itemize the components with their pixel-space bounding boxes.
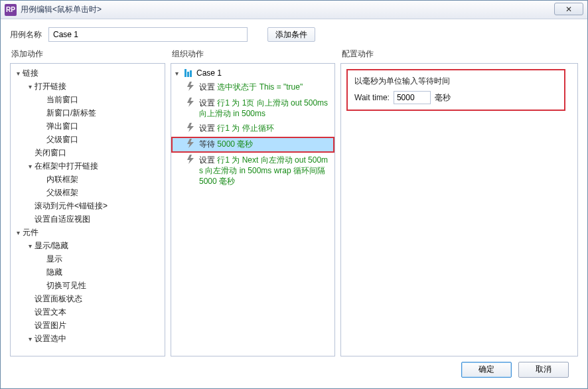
- dialog-content: 用例名称 添加条件 添加动作 ▾链接 ▾打开链接 当前窗口 新窗口/新标签 弹出…: [1, 19, 587, 388]
- add-action-header: 添加动作: [10, 48, 165, 60]
- tree-item-set-panel-state[interactable]: 设置面板状态: [12, 292, 163, 305]
- bolt-icon: [187, 98, 195, 110]
- tree-item-scroll-to-widget[interactable]: 滚动到元件<锚链接>: [12, 199, 163, 212]
- tree-group-set-selected[interactable]: ▾设置选中: [12, 332, 163, 345]
- tree-item-inline-frame[interactable]: 内联框架: [12, 173, 163, 186]
- svg-marker-0: [187, 82, 194, 91]
- tree-group-links[interactable]: ▾链接: [12, 66, 163, 80]
- add-condition-button[interactable]: 添加条件: [267, 27, 315, 42]
- tree-group-widgets[interactable]: ▾元件: [12, 226, 163, 239]
- wait-config-box: 以毫秒为单位输入等待时间 Wait time: 毫秒: [346, 69, 565, 111]
- case-node[interactable]: ▾ Case 1: [171, 66, 334, 80]
- case-label: Case 1: [196, 68, 222, 78]
- case-name-input[interactable]: [48, 27, 248, 42]
- svg-marker-1: [187, 98, 194, 107]
- tree-group-show-hide[interactable]: ▾显示/隐藏: [12, 239, 163, 252]
- bolt-icon: [187, 82, 195, 94]
- wait-time-label: Wait time:: [354, 93, 390, 102]
- action-row-set-selected-this[interactable]: 设置 选中状态于 This = "true": [171, 80, 334, 96]
- dialog-footer: 确定 取消: [10, 356, 578, 382]
- tree-group-open-link[interactable]: ▾打开链接: [12, 80, 163, 93]
- tree-item-new-window[interactable]: 新窗口/新标签: [12, 106, 163, 119]
- action-row-wait-5000[interactable]: 等待 5000 毫秒: [171, 137, 334, 153]
- close-button[interactable]: ✕: [554, 3, 583, 15]
- panels-row: 添加动作 ▾链接 ▾打开链接 当前窗口 新窗口/新标签 弹出窗口 父级窗口 关闭…: [10, 48, 578, 356]
- tree-item-parent-frame[interactable]: 父级框架: [12, 186, 163, 199]
- action-row-set-row1-page1[interactable]: 设置 行1 为 1页 向上滑动 out 500ms 向上滑动 in 500ms: [171, 96, 334, 121]
- configure-action-body: 以毫秒为单位输入等待时间 Wait time: 毫秒: [340, 63, 578, 356]
- action-row-set-row1-stoploop[interactable]: 设置 行1 为 停止循环: [171, 121, 334, 137]
- svg-marker-3: [187, 139, 194, 148]
- tree-item-hide[interactable]: 隐藏: [12, 266, 163, 279]
- organize-action-header: 组织动作: [171, 48, 335, 60]
- organize-action-panel: 组织动作 ▾ Case 1 设置 选中状态于 This = "true": [171, 48, 335, 356]
- window-title: 用例编辑<鼠标单击时>: [21, 4, 102, 15]
- add-action-panel: 添加动作 ▾链接 ▾打开链接 当前窗口 新窗口/新标签 弹出窗口 父级窗口 关闭…: [10, 48, 165, 356]
- tree-item-current-window[interactable]: 当前窗口: [12, 93, 163, 106]
- bolt-icon: [187, 139, 195, 151]
- case-icon: [184, 69, 194, 77]
- ok-button[interactable]: 确定: [461, 362, 512, 378]
- tree-item-show[interactable]: 显示: [12, 252, 163, 266]
- tree-item-set-adaptive-view[interactable]: 设置自适应视图: [12, 212, 163, 226]
- configure-action-header: 配置动作: [340, 48, 578, 60]
- tree-item-toggle-visibility[interactable]: 切换可见性: [12, 279, 163, 292]
- case-name-row: 用例名称 添加条件: [10, 27, 578, 42]
- tree-item-set-image[interactable]: 设置图片: [12, 319, 163, 332]
- add-action-tree[interactable]: ▾链接 ▾打开链接 当前窗口 新窗口/新标签 弹出窗口 父级窗口 关闭窗口 ▾在…: [10, 63, 165, 356]
- wait-time-input[interactable]: [394, 91, 431, 104]
- app-icon: RP: [5, 4, 17, 16]
- bolt-icon: [187, 155, 195, 167]
- tree-item-close-window[interactable]: 关闭窗口: [12, 146, 163, 159]
- action-row-set-row1-next[interactable]: 设置 行1 为 Next 向左滑动 out 500ms 向左滑动 in 500m…: [171, 153, 334, 189]
- svg-marker-4: [187, 155, 194, 164]
- bolt-icon: [187, 123, 195, 135]
- tree-item-popup-window[interactable]: 弹出窗口: [12, 119, 163, 133]
- configure-action-panel: 配置动作 以毫秒为单位输入等待时间 Wait time: 毫秒: [340, 48, 578, 356]
- case-name-label: 用例名称: [10, 29, 42, 40]
- wait-config-description: 以毫秒为单位输入等待时间: [354, 76, 557, 87]
- titlebar: RP 用例编辑<鼠标单击时> ✕: [1, 1, 587, 19]
- wait-time-unit: 毫秒: [435, 92, 451, 104]
- organize-action-tree[interactable]: ▾ Case 1 设置 选中状态于 This = "true" 设置 行1 为 …: [171, 63, 335, 356]
- cancel-button[interactable]: 取消: [518, 362, 569, 378]
- svg-marker-2: [187, 123, 194, 132]
- tree-item-set-text[interactable]: 设置文本: [12, 305, 163, 319]
- tree-group-open-in-frame[interactable]: ▾在框架中打开链接: [12, 159, 163, 173]
- dialog-window: RP 用例编辑<鼠标单击时> ✕ 用例名称 添加条件 添加动作 ▾链接 ▾打开链…: [0, 0, 588, 389]
- tree-item-parent-window[interactable]: 父级窗口: [12, 133, 163, 146]
